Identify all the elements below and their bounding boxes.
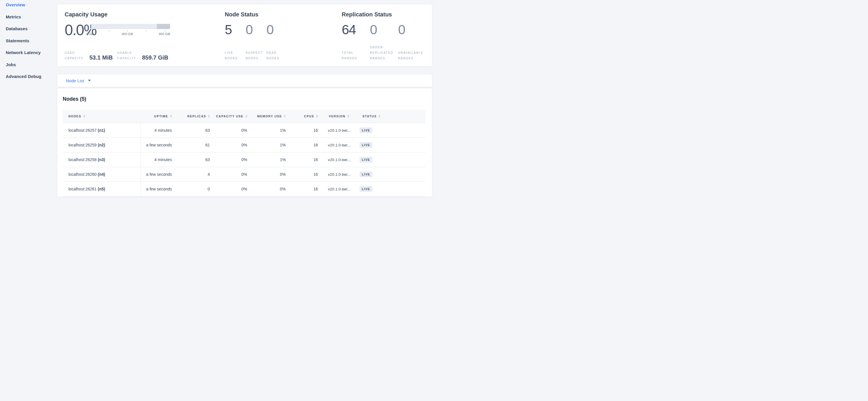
column-header-memory_use[interactable]: MEMORY USE [252, 110, 291, 123]
cell-memory_use: 0% [252, 167, 291, 182]
sort-icon[interactable] [83, 115, 85, 118]
cell-cpus: 16 [291, 167, 323, 182]
column-header-label: MEMORY USE [257, 114, 282, 118]
sidebar-item-statements[interactable]: Statements [0, 37, 57, 49]
admin-ui-root: Overview Metrics Databases Statements Ne… [0, 0, 434, 200]
cluster-overview-card: Capacity Usage 0.0% 0 GiB400 GiB800 GiB [57, 4, 432, 67]
replication-status-stats: 64 TOTAL RANGES 0 UNDER-REPLICATED RANGE… [342, 23, 423, 61]
column-header-capacity_use[interactable]: CAPACITY USE [215, 110, 252, 123]
chevron-down-icon [88, 80, 91, 81]
column-header-cpus[interactable]: CPUS [291, 110, 323, 123]
sort-icon[interactable] [284, 115, 286, 118]
node-list-dropdown[interactable]: Node List [57, 74, 432, 87]
sidebar-item-databases[interactable]: Databases [0, 25, 57, 37]
node-status-title: Node Status [225, 11, 342, 19]
cell-capacity_use: 0% [215, 182, 252, 197]
node-id: (n3) [98, 157, 105, 162]
column-header-label: UPTIME [154, 114, 168, 118]
sidebar-item-link[interactable]: Overview [6, 2, 25, 13]
cell-name: localhost:26259(n2) [63, 138, 140, 152]
stat-value: 0 [246, 23, 267, 36]
cell-version: v20.1.0-bet… [323, 152, 357, 167]
sidebar-item-link[interactable]: Network Latency [6, 50, 41, 61]
column-header-label: VERSION [329, 114, 345, 118]
nodes-table-title: Nodes (5) [63, 95, 427, 103]
capacity-axis-ticks [90, 29, 170, 32]
sort-icon[interactable] [347, 115, 349, 118]
table-row: localhost:26260(n4)a few seconds40%0%16v… [63, 167, 425, 182]
status-badge: LIVE [360, 127, 372, 133]
status-badge: LIVE [360, 171, 372, 177]
sort-icon[interactable] [208, 115, 210, 118]
capacity-bar-chart: 0 GiB400 GiB800 GiB [90, 24, 170, 36]
node-address: localhost:26261 [68, 187, 97, 191]
cell-replicas: 4 [177, 167, 215, 182]
stat: 5 LIVE NODES [225, 23, 246, 61]
stat: 0 UNAVAILABLE RANGES [398, 23, 423, 61]
column-header-name[interactable]: NODES [63, 110, 140, 123]
node-id: (n4) [98, 172, 105, 177]
capacity-bar-reserved-segment [157, 24, 170, 29]
axis-tick [165, 30, 165, 32]
sidebar-item-link[interactable]: Advanced Debug [6, 74, 41, 85]
replication-status-section: Replication Status 64 TOTAL RANGES 0 UND… [342, 11, 423, 62]
capacity-bar-used-segment [90, 25, 91, 28]
sidebar-item-overview[interactable]: Overview [0, 1, 57, 13]
stat-value: 64 [342, 23, 370, 36]
capacity-axis-labels: 0 GiB400 GiB800 GiB [90, 32, 170, 36]
sidebar-item-link[interactable]: Statements [6, 38, 29, 49]
stat-value: 0 [398, 23, 423, 36]
cell-cpus: 16 [291, 138, 323, 152]
stat-label: LIVE NODES [225, 50, 246, 61]
sidebar-item-metrics[interactable]: Metrics [0, 13, 57, 25]
column-header-uptime[interactable]: UPTIME [140, 110, 177, 123]
axis-label: 0 GiB [86, 32, 94, 36]
sidebar-nav-list: Overview Metrics Databases Statements Ne… [0, 1, 57, 85]
cell-uptime: 4 minutes [140, 152, 177, 167]
table-row: localhost:26257(n1)4 minutes630%1%16v20.… [63, 123, 425, 138]
sidebar-item-link[interactable]: Metrics [6, 14, 21, 25]
sidebar-item-jobs[interactable]: Jobs [0, 61, 57, 73]
cell-status: LIVE [357, 167, 425, 182]
table-header-row: NODESUPTIMEREPLICASCAPACITY USEMEMORY US… [63, 110, 425, 123]
cell-cpus: 16 [291, 123, 323, 138]
sidebar-item-advanced-debug[interactable]: Advanced Debug [0, 73, 57, 85]
cell-cpus: 16 [291, 152, 323, 167]
sidebar-nav: Overview Metrics Databases Statements Ne… [0, 0, 57, 200]
status-badge: LIVE [360, 142, 372, 148]
axis-tick [109, 30, 109, 32]
cell-version: v20.1.0-bet… [323, 123, 357, 138]
cell-status: LIVE [357, 138, 425, 152]
nodes-table: NODESUPTIMEREPLICASCAPACITY USEMEMORY US… [63, 110, 425, 197]
axis-tick [90, 30, 91, 32]
node-id: (n1) [98, 128, 105, 133]
node-status-stats: 5 LIVE NODES 0 SUSPECT NODES 0 DEAD NODE… [225, 23, 342, 61]
cell-version: v20.1.0-bet… [323, 182, 357, 197]
sort-icon[interactable] [378, 115, 380, 118]
sidebar-item-network-latency[interactable]: Network Latency [0, 49, 57, 61]
node-address: localhost:26259 [68, 143, 97, 147]
cell-uptime: a few seconds [140, 138, 177, 152]
replication-status-title: Replication Status [342, 11, 423, 19]
table-row: localhost:26258(n3)4 minutes630%1%16v20.… [63, 152, 425, 167]
column-header-replicas[interactable]: REPLICAS [177, 110, 215, 123]
column-header-version[interactable]: VERSION [323, 110, 357, 123]
node-list-dropdown-label[interactable]: Node List [66, 78, 84, 83]
stat-value: 0 [370, 23, 398, 36]
stat-label: SUSPECT NODES [246, 50, 267, 61]
cell-memory_use: 1% [252, 123, 291, 138]
column-header-status[interactable]: STATUS [357, 110, 425, 123]
cell-memory_use: 1% [252, 152, 291, 167]
axis-tick [146, 30, 146, 32]
stat-label: TOTAL RANGES [342, 50, 368, 61]
stat-value: 5 [225, 23, 246, 36]
cell-name: localhost:26258(n3) [63, 152, 140, 167]
stat-label: UNAVAILABLE RANGES [398, 50, 423, 61]
sort-icon[interactable] [316, 115, 318, 118]
cell-version: v20.1.0-bet… [323, 167, 357, 182]
sort-icon[interactable] [245, 115, 247, 118]
sidebar-item-link[interactable]: Databases [6, 26, 28, 37]
sidebar-item-link[interactable]: Jobs [6, 62, 16, 73]
node-id: (n5) [98, 187, 105, 191]
sort-icon[interactable] [170, 115, 172, 118]
